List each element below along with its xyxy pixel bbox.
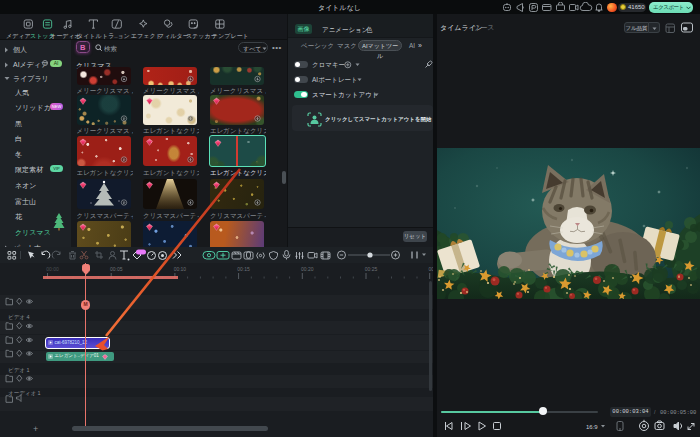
svg-text:00:20: 00:20 — [301, 266, 314, 272]
svg-text:16:9: 16:9 — [586, 424, 598, 430]
svg-text:00:10: 00:10 — [174, 266, 187, 272]
svg-text:00:15: 00:15 — [237, 266, 250, 272]
svg-text:00:25: 00:25 — [365, 266, 378, 272]
svg-text:00:00: 00:00 — [46, 266, 59, 272]
svg-text:00:05: 00:05 — [110, 266, 123, 272]
